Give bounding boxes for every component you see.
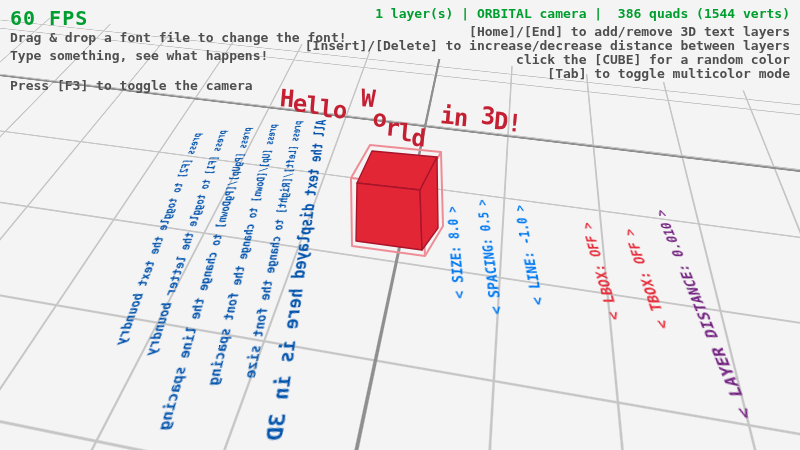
cube-solid[interactable]	[356, 151, 438, 250]
fps-counter: 60 FPS	[10, 7, 88, 30]
wave-letter: d	[410, 126, 425, 151]
wave-letter: o	[332, 98, 347, 123]
wave-letter	[346, 92, 361, 117]
hint-drop-font: Drag & drop a font file to change the fo…	[10, 31, 347, 46]
hint-multicolor: [Tab] to toggle multicolor mode	[547, 67, 790, 82]
hint-type-something: Type something, see what happens!	[10, 49, 268, 64]
wave-letter: !	[506, 111, 521, 136]
app-window: < SIZE: 8.0 >< SPACING: 0.5 >< LINE: -1.…	[0, 0, 800, 450]
cube-face-left	[356, 183, 422, 250]
stats-bar: 1 layer(s) | ORBITAL camera | 386 quads …	[375, 7, 790, 22]
hint-toggle-camera: Press [F3] to toggle the camera	[10, 79, 253, 94]
